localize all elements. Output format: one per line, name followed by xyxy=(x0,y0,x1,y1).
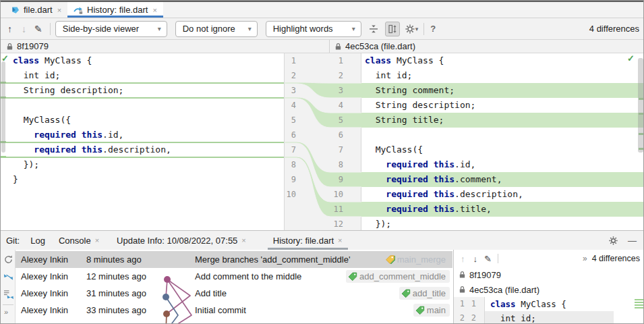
right-line-number: 2 xyxy=(332,68,343,83)
more-actions-chevrons[interactable]: » xyxy=(4,308,8,316)
ref-label[interactable]: add_title xyxy=(399,287,450,300)
diff-toolbar: ↑ ↓ ✎ Side-by-side viewer ▾ Do not ignor… xyxy=(1,18,644,40)
commit-row[interactable]: Alexey Inkin8 minutes agoMerge branches … xyxy=(16,251,452,268)
lock-icon xyxy=(459,286,466,294)
commit-message: Add comment to the middle xyxy=(195,268,301,285)
code-line[interactable]: int id; xyxy=(361,68,644,83)
scrollbar-thumb[interactable] xyxy=(638,58,643,153)
code-line[interactable]: String description; xyxy=(6,83,284,98)
commit-date: 31 minutes ago xyxy=(86,285,146,302)
code-line[interactable]: String title; xyxy=(361,113,644,128)
viewer-mode-dropdown[interactable]: Side-by-side viewer ▾ xyxy=(55,21,167,37)
code-line[interactable]: String description; xyxy=(361,98,644,113)
scrollbar-thumb[interactable] xyxy=(1,61,5,153)
gear-icon[interactable] xyxy=(608,236,618,246)
code-line[interactable]: required this.description, xyxy=(361,187,644,202)
help-button[interactable]: ? xyxy=(430,24,436,34)
code-line[interactable]: }); xyxy=(361,217,644,230)
change-tick xyxy=(1,156,6,158)
ref-label[interactable]: main_merge xyxy=(384,253,450,266)
code-line[interactable]: MyClass({ xyxy=(6,113,284,128)
git-tool-window: Git: Log Console × Update Info: 10/08/20… xyxy=(1,230,644,324)
branch-icon xyxy=(348,272,357,281)
change-tick xyxy=(635,299,643,300)
code-line[interactable]: required this.title, xyxy=(361,202,644,217)
tab-history-file-dart[interactable]: History: file.dart × xyxy=(67,2,163,18)
commit-message: Merge branches 'add_comment_middle' xyxy=(195,251,350,268)
previous-difference-button[interactable]: ↑ xyxy=(461,254,465,263)
collapse-branches-icon[interactable] xyxy=(3,290,13,300)
commit-date: 8 minutes ago xyxy=(86,251,142,268)
close-icon[interactable]: × xyxy=(241,236,245,244)
ref-label-text: main_merge xyxy=(397,254,446,265)
close-icon[interactable]: × xyxy=(152,6,156,14)
code-line[interactable]: String comment; xyxy=(361,83,644,98)
sync-scroll-toggle[interactable] xyxy=(385,22,400,36)
next-difference-button[interactable]: ↓ xyxy=(22,24,26,34)
differences-count: 4 differences xyxy=(589,24,639,34)
left-editor[interactable]: class MyClass { int id; String descripti… xyxy=(6,53,284,230)
tab-label: History: file.dart xyxy=(87,5,148,15)
next-difference-button[interactable]: ↓ xyxy=(473,254,478,263)
close-icon[interactable]: × xyxy=(95,236,99,244)
lock-icon xyxy=(334,43,342,51)
right-editor[interactable]: class MyClass { int id; String comment; … xyxy=(361,53,644,230)
edit-icon[interactable]: ✎ xyxy=(484,254,492,263)
settings-dropdown-button[interactable]: ▾ xyxy=(405,24,419,34)
tab-console[interactable]: Console × xyxy=(57,231,100,250)
right-scrollbar[interactable] xyxy=(637,53,644,230)
previous-difference-button[interactable]: ↑ xyxy=(7,24,12,34)
code-line[interactable]: class MyClass { xyxy=(361,53,644,68)
collapse-unchanged-icon[interactable] xyxy=(368,24,379,34)
differences-count: 4 differences xyxy=(592,254,640,263)
code-line[interactable]: int id; xyxy=(6,68,284,83)
code-line[interactable] xyxy=(6,98,284,113)
diff-gutter: 12345678910123456789101112 xyxy=(284,53,361,230)
toolstrip-separator xyxy=(3,304,13,305)
minimize-button[interactable]: — xyxy=(628,236,637,246)
refresh-icon[interactable] xyxy=(3,254,13,265)
left-line-number: 9 xyxy=(285,172,296,187)
tab-log[interactable]: Log xyxy=(29,231,47,250)
close-icon[interactable]: × xyxy=(57,6,61,14)
tab-label: file.dart xyxy=(24,5,53,15)
highlight-mode-dropdown[interactable]: Highlight words ▾ xyxy=(266,21,361,37)
ref-label[interactable]: add_comment_middle xyxy=(346,270,450,283)
code-line[interactable]: }); xyxy=(6,157,284,172)
commit-date: 12 minutes ago xyxy=(86,268,146,285)
left-line-number: 10 xyxy=(285,187,296,202)
left-change-stripe[interactable] xyxy=(1,53,6,230)
right-line-number: 4 xyxy=(332,98,343,113)
dart-file-icon xyxy=(11,5,20,15)
branch-icon xyxy=(401,289,411,298)
commit-row[interactable]: Alexey Inkin33 minutes agoInitial commit… xyxy=(16,302,452,319)
preview-mini-editor[interactable]: 1122 class MyClass { int id; xyxy=(454,297,644,324)
diff-history-icon xyxy=(74,5,84,15)
tab-update-info[interactable]: Update Info: 10/08/2022, 07:55 × xyxy=(115,231,247,250)
gear-icon xyxy=(405,24,415,34)
code-line[interactable]: required this.id, xyxy=(361,157,644,172)
left-revision-header: 8f19079 xyxy=(6,40,49,53)
diff-connectors xyxy=(285,53,362,230)
commit-row[interactable]: Alexey Inkin12 minutes agoAdd comment to… xyxy=(16,268,452,285)
code-line[interactable]: MyClass({ xyxy=(361,142,644,157)
intellisort-icon[interactable] xyxy=(3,272,13,282)
commit-row[interactable]: Alexey Inkin31 minutes agoAdd titleadd_t… xyxy=(16,285,452,302)
code-line[interactable]: required this.id, xyxy=(6,128,284,142)
tab-history-file-dart[interactable]: History: file.dart × xyxy=(268,231,348,250)
commit-table[interactable]: Alexey Inkin8 minutes agoMerge branches … xyxy=(16,250,452,324)
code-line[interactable]: class MyClass { xyxy=(6,53,284,68)
code-line: int id; xyxy=(490,311,536,324)
toolbar-separator xyxy=(423,23,424,35)
code-line[interactable]: required this.description, xyxy=(6,142,284,157)
ignore-policy-dropdown[interactable]: Do not ignore ▾ xyxy=(175,21,258,37)
edit-icon[interactable]: ✎ xyxy=(34,24,42,34)
code-line[interactable] xyxy=(361,128,644,142)
more-actions-chevrons[interactable]: » xyxy=(583,254,587,263)
ref-label[interactable]: main xyxy=(413,304,450,317)
tab-file-dart[interactable]: file.dart × xyxy=(5,2,67,18)
code-line[interactable]: required this.comment, xyxy=(361,172,644,187)
editor-tab-bar: file.dart × History: file.dart × xyxy=(1,2,644,18)
close-icon[interactable]: × xyxy=(338,236,342,244)
code-line[interactable]: } xyxy=(6,172,284,187)
